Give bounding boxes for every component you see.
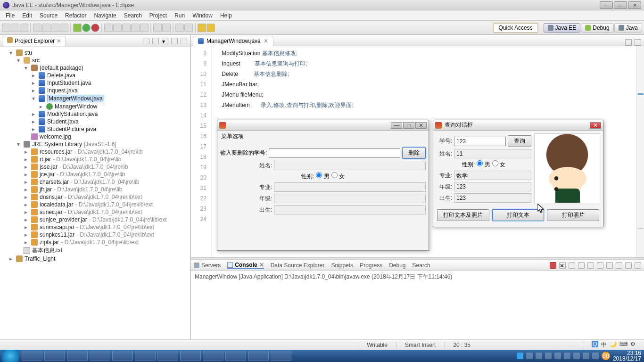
tree-item-jar[interactable]: dnsns.jar	[40, 194, 63, 200]
toolbar-button[interactable]	[184, 24, 193, 32]
tray-icon[interactable]	[564, 353, 570, 359]
taskbar-item[interactable]	[22, 351, 42, 361]
pin-console-icon[interactable]	[597, 262, 603, 269]
back-icon[interactable]	[198, 24, 206, 32]
window-close-button[interactable]: ✕	[628, 1, 641, 9]
perspective-debug[interactable]: Debug	[581, 23, 613, 33]
tree-item-file[interactable]: Student.java	[47, 118, 79, 125]
tab-debug[interactable]: Debug	[389, 262, 405, 269]
dialog-menubar[interactable]: 菜单选项	[217, 131, 429, 142]
menu-source[interactable]: Source	[36, 11, 61, 20]
tree-item-project[interactable]: stu	[25, 49, 32, 56]
toolbar-button[interactable]	[131, 24, 140, 32]
tab-progress[interactable]: Progress	[360, 262, 382, 269]
tree-item-file-selected[interactable]: ManagerWindow.java	[47, 95, 104, 102]
moon-icon[interactable]: 🌙	[610, 341, 617, 349]
new-server-icon[interactable]	[104, 24, 113, 32]
radio-female[interactable]: 女	[492, 160, 505, 169]
tree-item-project[interactable]: Traffic_Light	[25, 255, 55, 262]
menu-refactor[interactable]: Refactor	[61, 11, 90, 20]
maximize-icon[interactable]	[635, 262, 641, 269]
tree-item-file[interactable]: ModifySituation.java	[47, 111, 98, 117]
notification-icon[interactable]: Q	[592, 341, 598, 347]
project-tree[interactable]: ▾stu ▾src ▾(default package) ▸Delete.jav…	[0, 47, 190, 339]
radio-male[interactable]: 男	[316, 172, 329, 181]
taskbar-item[interactable]	[203, 351, 223, 361]
link-editor-icon[interactable]	[152, 38, 159, 44]
quick-access-input[interactable]: Quick Access	[494, 23, 538, 33]
perspective-javaee[interactable]: Java EE	[544, 23, 581, 33]
dialog-minimize-button[interactable]: —	[391, 122, 402, 129]
taskbar-item[interactable]	[135, 351, 156, 361]
menu-help[interactable]: Help	[216, 11, 236, 20]
open-console-icon[interactable]	[616, 262, 622, 269]
taskbar-item[interactable]	[248, 351, 269, 361]
collapse-all-icon[interactable]	[143, 38, 149, 44]
tree-item-file[interactable]: InputStudent.java	[47, 80, 91, 86]
tree-item-jar[interactable]: localedata.jar	[40, 201, 73, 208]
display-console-icon[interactable]	[606, 262, 613, 269]
taskbar-item[interactable]	[67, 351, 88, 361]
forward-icon[interactable]	[206, 24, 215, 32]
taskbar-item[interactable]	[44, 351, 65, 361]
tree-item-jar[interactable]: jsse.jar	[40, 164, 58, 170]
taskbar-item[interactable]	[180, 351, 201, 361]
keyboard-icon[interactable]: ⌨	[619, 341, 627, 349]
ime-icon[interactable]: 中	[601, 341, 607, 349]
toolbar-button[interactable]	[33, 24, 41, 32]
toolbar-button[interactable]	[162, 24, 171, 32]
console-output[interactable]: ManagerWindow [Java Application] D:\Java…	[191, 271, 644, 339]
toolbar-button[interactable]	[113, 24, 122, 32]
tray-icon[interactable]	[573, 353, 580, 359]
scroll-lock-icon[interactable]	[587, 262, 594, 269]
remove-all-icon[interactable]	[569, 262, 575, 269]
close-icon[interactable]: ✕	[57, 38, 61, 44]
tree-item-jar[interactable]: charsets.jar	[40, 179, 69, 185]
dialog-close-button[interactable]: ✕	[415, 122, 427, 129]
minimize-icon[interactable]	[625, 262, 632, 269]
toolbar-button[interactable]	[42, 24, 50, 32]
toolbar-button[interactable]	[122, 24, 131, 32]
menu-edit[interactable]: Edit	[18, 11, 36, 20]
perspective-java[interactable]: Java	[614, 23, 642, 33]
view-menu-icon[interactable]: ▾	[162, 38, 168, 44]
tree-item-file[interactable]: Inquest.java	[47, 87, 78, 94]
tree-item-file[interactable]: StudentPicture.java	[47, 126, 96, 132]
tree-item-jar[interactable]: sunec.jar	[40, 209, 63, 215]
tree-item-file[interactable]: Delete.java	[47, 72, 75, 79]
tree-item-jar[interactable]: zipfs.jar	[40, 239, 59, 246]
menu-run[interactable]: Run	[171, 11, 189, 20]
tray-icon[interactable]	[583, 353, 589, 359]
taskbar-item[interactable]	[225, 351, 246, 361]
tree-item-jar[interactable]: sunmscapi.jar	[40, 224, 74, 230]
tray-icon[interactable]	[536, 353, 542, 359]
tray-icon[interactable]	[592, 353, 599, 359]
tab-console[interactable]: Console ✕	[227, 262, 264, 269]
toolbar-button[interactable]	[153, 24, 162, 32]
menu-search[interactable]: Search	[120, 11, 146, 20]
toolbar-button[interactable]	[140, 24, 149, 32]
print-photo-button[interactable]: 打印照片	[547, 209, 599, 221]
start-button[interactable]	[2, 350, 19, 362]
menu-project[interactable]: Project	[146, 11, 171, 20]
tab-search[interactable]: Search	[413, 262, 430, 269]
radio-female[interactable]: 女	[331, 172, 345, 181]
taskbar-item[interactable]	[157, 351, 178, 361]
settings-icon[interactable]: ⚙	[630, 341, 636, 349]
delete-button[interactable]: 删除	[402, 147, 426, 159]
minimize-icon[interactable]	[171, 38, 178, 44]
tree-item-jar[interactable]: rt.jar	[40, 156, 51, 163]
tray-icon[interactable]	[554, 353, 561, 359]
tree-item-jar[interactable]: sunpkcs11.jar	[40, 231, 74, 238]
input-student-id[interactable]	[454, 137, 506, 146]
tray-icon[interactable]	[545, 353, 552, 359]
window-maximize-button[interactable]: □	[614, 1, 627, 9]
tree-item-jar[interactable]: jce.jar	[40, 171, 55, 178]
tab-snippets[interactable]: Snippets	[331, 262, 353, 269]
tree-item-jar[interactable]: jfr.jar	[40, 186, 52, 193]
clear-console-icon[interactable]	[578, 262, 585, 269]
tree-item-txt[interactable]: 基本信息.txt	[32, 247, 62, 255]
project-explorer-tab[interactable]: Project Explorer ✕	[3, 36, 66, 46]
tree-item-package[interactable]: (default package)	[40, 65, 83, 71]
tray-icon[interactable]	[517, 353, 523, 359]
